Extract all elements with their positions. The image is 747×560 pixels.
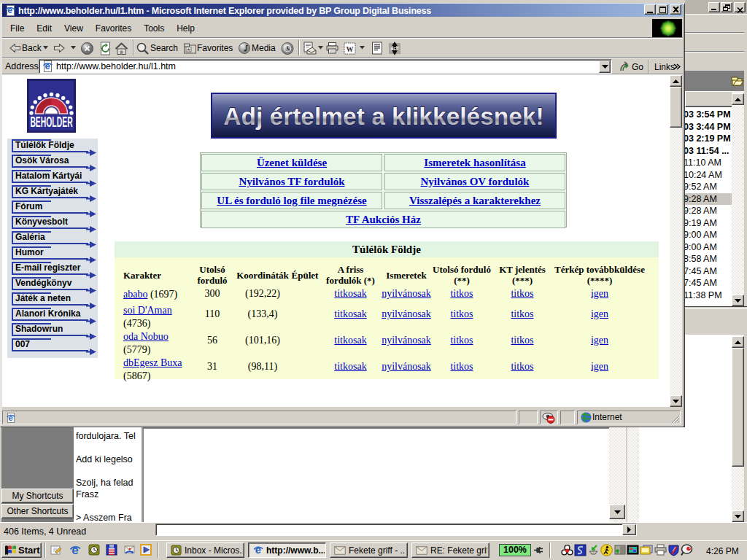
svg-text:e: e xyxy=(7,5,12,15)
svg-text:NET: NET xyxy=(391,47,400,51)
svg-text:e: e xyxy=(8,413,12,422)
svg-text:BEHOLDER: BEHOLDER xyxy=(30,114,73,129)
svg-text:Adj értelmet a klikkelésnek!: Adj értelmet a klikkelésnek! xyxy=(223,103,543,130)
svg-text:e: e xyxy=(255,545,261,555)
svg-text:e: e xyxy=(44,61,50,71)
svg-text:e: e xyxy=(71,544,78,556)
svg-text:W: W xyxy=(347,45,354,53)
